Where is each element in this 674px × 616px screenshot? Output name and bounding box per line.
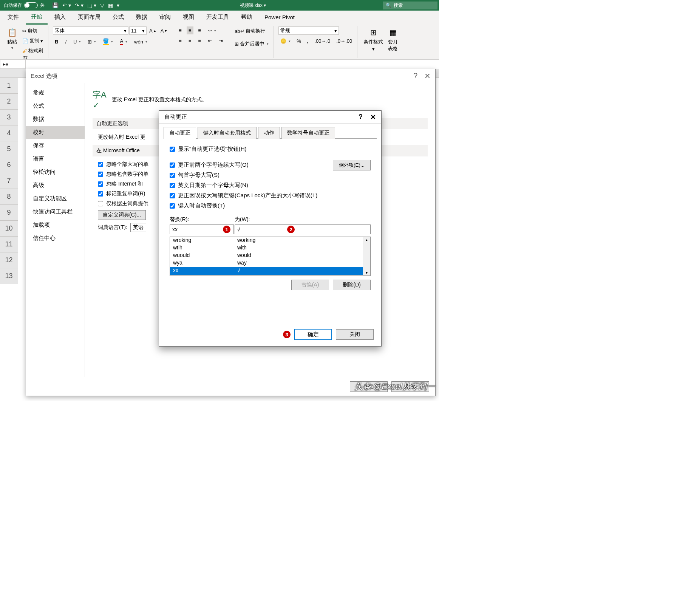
orientation-icon[interactable]: ⤻ xyxy=(206,26,218,34)
bold-button[interactable]: B xyxy=(53,38,60,46)
chk-days[interactable] xyxy=(170,183,175,188)
chk-capslock[interactable] xyxy=(170,193,175,198)
list-item[interactable]: wtihwith xyxy=(170,245,363,252)
scroll-up-icon[interactable]: ▴ xyxy=(366,238,368,242)
row-header[interactable]: 3 xyxy=(0,110,18,125)
options-check[interactable] xyxy=(98,191,103,197)
tab-powerpivot[interactable]: Power Pivot xyxy=(259,11,300,23)
row-header[interactable]: 6 xyxy=(0,157,18,173)
tab-file[interactable]: 文件 xyxy=(2,11,24,24)
italic-button[interactable]: I xyxy=(63,38,68,46)
row-header[interactable]: 1 xyxy=(0,78,18,94)
tab-autocorrect[interactable]: 自动更正 xyxy=(164,127,196,139)
percent-icon[interactable]: % xyxy=(295,37,303,45)
merge-center-button[interactable]: ⊞合并后居中 xyxy=(233,39,271,48)
comma-icon[interactable]: , xyxy=(305,37,311,45)
with-input[interactable]: 2 xyxy=(235,224,371,234)
autocorrect-close-button[interactable]: 关闭 xyxy=(336,329,374,340)
phonetic-button[interactable]: wén xyxy=(132,38,149,46)
row-header[interactable]: 11 xyxy=(0,237,18,252)
chk-show-button[interactable] xyxy=(170,147,175,152)
dict-lang-combo[interactable]: 英语 xyxy=(130,223,146,232)
font-name-combo[interactable]: 宋体▾ xyxy=(53,26,128,35)
replace-button[interactable]: 替换(A) xyxy=(291,280,329,290)
table-style-button[interactable]: ▦ 套月表格 xyxy=(386,26,400,53)
tab-data[interactable]: 数据 xyxy=(131,11,153,24)
options-check[interactable] xyxy=(98,201,103,206)
dec-decimal-icon[interactable]: .0→.00 xyxy=(334,37,354,45)
save-icon[interactable]: 💾 xyxy=(52,2,59,8)
conditional-format-button[interactable]: ⊞ 条件格式▾ xyxy=(362,26,385,53)
options-check[interactable] xyxy=(98,162,103,167)
tab-formulas[interactable]: 公式 xyxy=(107,11,129,24)
font-size-combo[interactable]: 11▾ xyxy=(129,26,147,35)
list-item[interactable]: wyaway xyxy=(170,260,363,267)
exceptions-button[interactable]: 例外项(E)... xyxy=(333,160,371,170)
autocorrect-ok-button[interactable]: 确定 xyxy=(294,329,332,340)
row-header[interactable]: 5 xyxy=(0,141,18,157)
row-header[interactable]: 12 xyxy=(0,252,18,268)
tab-autoformat[interactable]: 键入时自动套用格式 xyxy=(198,127,257,139)
tab-math[interactable]: 数学符号自动更正 xyxy=(281,127,335,139)
row-header[interactable]: 10 xyxy=(0,221,18,237)
list-item[interactable]: xx√ xyxy=(170,267,363,275)
scrollbar[interactable]: ▴▾ xyxy=(363,237,370,275)
inc-decimal-icon[interactable]: .00→.0 xyxy=(312,37,332,45)
chk-replace[interactable] xyxy=(170,203,175,209)
undo-icon[interactable]: ↶ ▾ xyxy=(62,2,71,8)
tab-actions[interactable]: 动作 xyxy=(258,127,280,139)
options-nav-item[interactable]: 保存 xyxy=(26,139,85,152)
options-nav-item[interactable]: 加载项 xyxy=(26,218,85,232)
cut-button[interactable]: ✂剪切 xyxy=(20,26,45,36)
align-bottom-icon[interactable]: ≡ xyxy=(196,26,203,34)
custom-dictionary-button[interactable]: 自定义词典(C)... xyxy=(98,210,146,220)
align-top-icon[interactable]: ≡ xyxy=(177,26,184,34)
tab-developer[interactable]: 开发工具 xyxy=(201,11,234,24)
form-icon[interactable]: ▦ xyxy=(108,2,113,8)
align-right-icon[interactable]: ≡ xyxy=(196,37,203,45)
touch-icon[interactable]: ⬚ ▾ xyxy=(87,2,96,8)
align-center-icon[interactable]: ≡ xyxy=(187,37,193,45)
help-icon[interactable]: ? xyxy=(413,71,417,80)
font-color-button[interactable]: A xyxy=(118,37,129,46)
paste-button[interactable]: 📋 粘贴 ▾ xyxy=(5,26,19,51)
tab-view[interactable]: 视图 xyxy=(178,11,199,24)
options-nav-item[interactable]: 常规 xyxy=(26,86,85,99)
name-box[interactable]: F8 xyxy=(0,60,26,69)
autocorrect-list[interactable]: wrokingworkingwtihwithwuouldwouldwyawayx… xyxy=(170,237,371,276)
align-left-icon[interactable]: ≡ xyxy=(177,37,184,45)
tab-review[interactable]: 审阅 xyxy=(154,11,176,24)
tab-home[interactable]: 开始 xyxy=(26,10,48,25)
options-nav-item[interactable]: 数据 xyxy=(26,113,85,126)
qat-more-icon[interactable]: ▾ xyxy=(117,2,119,8)
redo-icon[interactable]: ↷ ▾ xyxy=(75,2,83,8)
row-header[interactable]: 2 xyxy=(0,94,18,110)
replace-input[interactable]: 1 xyxy=(170,224,234,234)
close-icon[interactable]: ✕ xyxy=(370,113,376,121)
autosave-toggle[interactable]: 自动保存 关 xyxy=(0,2,48,9)
indent-dec-icon[interactable]: ⇤ xyxy=(206,37,214,45)
chk-two-caps[interactable] xyxy=(170,163,175,168)
row-header[interactable]: 9 xyxy=(0,205,18,221)
tab-page-layout[interactable]: 页面布局 xyxy=(73,11,106,24)
list-item[interactable]: wrokingworking xyxy=(170,237,363,245)
align-middle-icon[interactable]: ≡ xyxy=(187,26,193,34)
format-painter-button[interactable]: 🖌格式刷 xyxy=(20,46,45,55)
grow-font-icon[interactable]: A▴ xyxy=(147,27,158,35)
border-button[interactable]: ⊞ xyxy=(86,38,98,46)
help-icon[interactable]: ? xyxy=(359,113,363,121)
list-item[interactable]: wuouldwould xyxy=(170,252,363,260)
options-nav-item[interactable]: 校对 xyxy=(26,126,85,139)
options-nav-item[interactable]: 自定义功能区 xyxy=(26,192,85,205)
options-check[interactable] xyxy=(98,172,103,177)
indent-inc-icon[interactable]: ⇥ xyxy=(217,37,225,45)
options-nav-item[interactable]: 高级 xyxy=(26,179,85,192)
options-nav-item[interactable]: 语言 xyxy=(26,152,85,166)
fill-color-button[interactable]: 🪣 xyxy=(101,37,115,46)
tab-insert[interactable]: 插入 xyxy=(49,11,71,24)
filter-icon[interactable]: ▽ xyxy=(100,2,104,8)
chk-sentence[interactable] xyxy=(170,173,175,178)
scroll-down-icon[interactable]: ▾ xyxy=(366,271,368,275)
shrink-font-icon[interactable]: A▾ xyxy=(159,27,169,35)
copy-button[interactable]: 📄复制 ▾ xyxy=(20,36,45,45)
